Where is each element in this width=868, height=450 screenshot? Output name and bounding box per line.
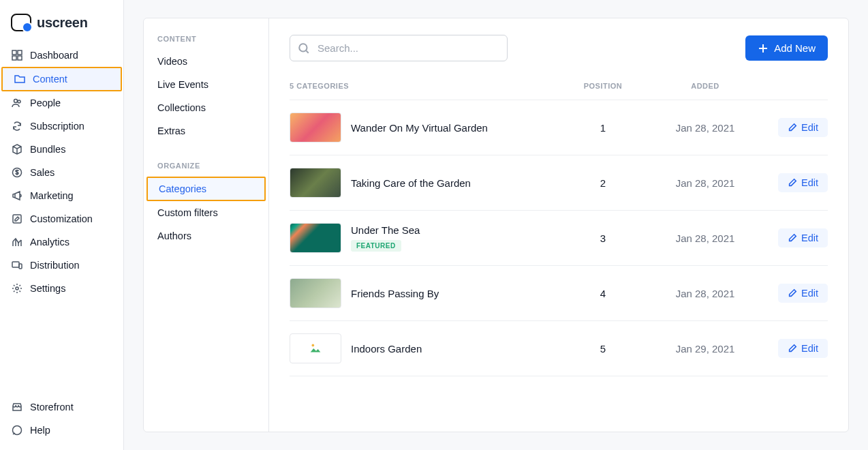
category-thumbnail	[290, 333, 341, 363]
edit-icon	[788, 233, 797, 243]
table-row: Under The Sea FEATURED 3 Jan 28, 2021 Ed…	[290, 211, 828, 266]
category-title: Wander On My Virtual Garden	[351, 122, 562, 134]
sidebar-item-label: Marketing	[30, 190, 74, 201]
search-input[interactable]	[290, 35, 508, 61]
main-sidebar: uscreen Dashboard Content People Subscri…	[0, 0, 124, 450]
category-position: 5	[562, 343, 644, 355]
svg-rect-9	[19, 264, 22, 269]
sidebar-item-content[interactable]: Content	[1, 67, 122, 91]
search-wrap	[290, 35, 508, 61]
row-name-cell: Indoors Garden	[351, 343, 562, 355]
table-row: Taking Care of the Garden 2 Jan 28, 2021…	[290, 155, 828, 211]
sidebar-item-bundles[interactable]: Bundles	[0, 138, 123, 161]
sidebar-item-label: Dashboard	[30, 50, 78, 61]
sidebar-item-settings[interactable]: Settings	[0, 277, 123, 300]
category-thumbnail	[290, 168, 341, 198]
sidebar-item-label: Distribution	[30, 260, 80, 271]
nav-bottom-group: Storefront Help	[0, 389, 123, 442]
sidebar-item-label: Customization	[30, 213, 93, 224]
chart-icon	[11, 236, 23, 248]
subside-item-categories[interactable]: Categories	[146, 177, 266, 201]
category-position: 1	[562, 122, 644, 134]
svg-point-12	[312, 344, 315, 347]
sidebar-item-label: Content	[33, 74, 67, 85]
subside-item-collections[interactable]: Collections	[144, 96, 268, 119]
row-name-cell: Taking Care of the Garden	[351, 177, 562, 189]
box-icon	[11, 143, 23, 155]
image-placeholder-icon	[308, 341, 323, 356]
brand-name: uscreen	[37, 15, 88, 31]
categories-content: Add New 5 CATEGORIES POSITION ADDED Wand…	[269, 18, 848, 432]
add-new-button[interactable]: Add New	[745, 35, 828, 61]
subside-item-videos[interactable]: Videos	[144, 50, 268, 73]
search-icon	[298, 42, 310, 55]
help-icon	[11, 424, 23, 436]
category-added: Jan 28, 2021	[644, 232, 766, 244]
subside-section-organize: ORGANIZE	[144, 162, 268, 177]
edit-button[interactable]: Edit	[778, 228, 828, 247]
row-name-cell: Wander On My Virtual Garden	[351, 122, 562, 134]
edit-icon	[788, 344, 797, 353]
edit-button[interactable]: Edit	[778, 339, 828, 358]
subside-item-label: Authors	[157, 230, 191, 241]
sidebar-item-help[interactable]: Help	[0, 419, 123, 442]
sidebar-item-label: Settings	[30, 283, 65, 294]
edit-button[interactable]: Edit	[778, 173, 828, 192]
svg-rect-8	[12, 262, 19, 267]
row-name-cell: Under The Sea FEATURED	[351, 224, 562, 252]
category-added: Jan 28, 2021	[644, 122, 766, 134]
sidebar-item-marketing[interactable]: Marketing	[0, 184, 123, 207]
row-name-cell: Friends Passing By	[351, 288, 562, 299]
sidebar-item-label: Storefront	[30, 402, 74, 412]
col-count: 5 CATEGORIES	[290, 82, 562, 90]
sidebar-item-dashboard[interactable]: Dashboard	[0, 44, 123, 67]
brand-logo[interactable]: uscreen	[0, 8, 123, 44]
subside-item-custom-filters[interactable]: Custom filters	[144, 201, 268, 224]
edit-label: Edit	[801, 122, 818, 133]
main-area: CONTENT Videos Live Events Collections E…	[124, 0, 868, 450]
sidebar-item-analytics[interactable]: Analytics	[0, 230, 123, 254]
subside-item-label: Categories	[159, 183, 206, 194]
edit-button[interactable]: Edit	[778, 284, 828, 303]
people-icon	[11, 97, 23, 109]
subside-item-label: Live Events	[157, 79, 208, 90]
sidebar-item-customization[interactable]: Customization	[0, 207, 123, 230]
sidebar-item-storefront[interactable]: Storefront	[0, 395, 123, 419]
pencil-square-icon	[11, 213, 23, 225]
subside-item-extras[interactable]: Extras	[144, 119, 268, 142]
subside-section-content: CONTENT	[144, 35, 268, 50]
edit-label: Edit	[801, 232, 818, 243]
edit-button[interactable]: Edit	[778, 118, 828, 137]
dollar-icon	[11, 166, 23, 179]
table-row: Friends Passing By 4 Jan 28, 2021 Edit	[290, 266, 828, 321]
subside-item-label: Extras	[157, 125, 185, 136]
svg-rect-0	[12, 50, 16, 55]
nav-main-group: Dashboard Content People Subscription Bu…	[0, 44, 123, 389]
sidebar-item-label: Subscription	[30, 121, 84, 132]
sidebar-item-label: Analytics	[30, 237, 69, 247]
svg-point-11	[299, 44, 307, 51]
content-sub-sidebar: CONTENT Videos Live Events Collections E…	[144, 18, 269, 432]
category-thumbnail	[290, 112, 341, 142]
subside-item-authors[interactable]: Authors	[144, 224, 268, 247]
megaphone-icon	[11, 190, 23, 202]
edit-icon	[788, 123, 797, 132]
svg-point-4	[14, 100, 18, 103]
col-position: POSITION	[562, 82, 644, 90]
category-title: Under The Sea	[351, 224, 562, 236]
category-position: 3	[562, 232, 644, 244]
logo-mark-icon	[11, 14, 31, 31]
subside-item-label: Collections	[157, 102, 206, 113]
category-added: Jan 28, 2021	[644, 177, 766, 189]
sidebar-item-sales[interactable]: Sales	[0, 161, 123, 184]
subside-item-live-events[interactable]: Live Events	[144, 73, 268, 96]
sidebar-item-distribution[interactable]: Distribution	[0, 254, 123, 277]
svg-rect-1	[18, 50, 22, 55]
sidebar-item-people[interactable]: People	[0, 91, 123, 115]
edit-label: Edit	[801, 343, 818, 354]
category-position: 4	[562, 288, 644, 299]
sidebar-item-label: Sales	[30, 167, 55, 178]
toolbar-row: Add New	[290, 35, 828, 61]
category-added: Jan 29, 2021	[644, 343, 766, 355]
sidebar-item-subscription[interactable]: Subscription	[0, 115, 123, 138]
